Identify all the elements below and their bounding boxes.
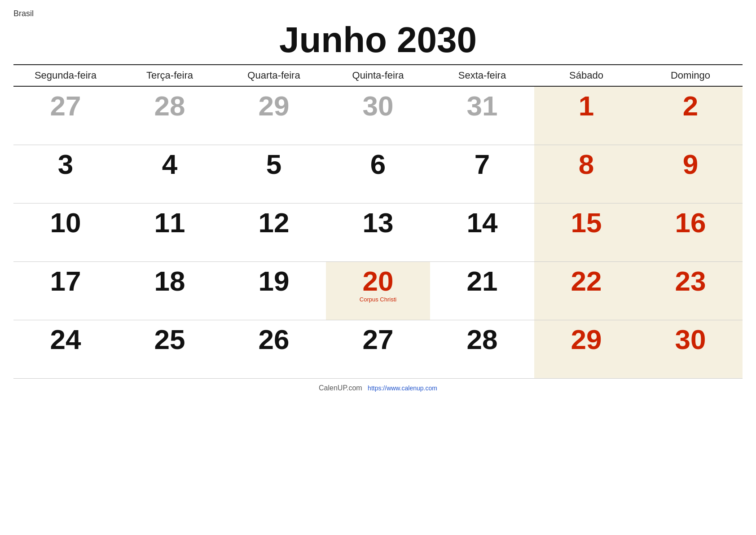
calendar-cell: 18: [118, 261, 222, 320]
column-header-domingo: Domingo: [638, 65, 743, 86]
day-number: 6: [370, 150, 386, 178]
day-number: 22: [571, 267, 602, 295]
calendar-cell: 12: [222, 203, 326, 261]
calendar-cell: 6: [326, 145, 430, 203]
calendar-cell: 29: [222, 86, 326, 145]
day-number: 24: [50, 326, 81, 354]
calendar-cell: 30: [326, 86, 430, 145]
day-number: 3: [58, 150, 73, 178]
day-number: 9: [683, 150, 698, 178]
calendar-cell: 13: [326, 203, 430, 261]
day-number: 23: [675, 267, 706, 295]
day-number: 27: [50, 92, 81, 120]
calendar-cell: 20Corpus Christi: [326, 261, 430, 320]
event-label: Corpus Christi: [360, 296, 396, 303]
calendar-table: Segunda-feiraTerça-feiraQuarta-feiraQuin…: [13, 64, 743, 379]
calendar-cell: 29: [534, 320, 638, 378]
calendar-cell: 28: [430, 320, 534, 378]
calendar-title: Junho 2030: [13, 20, 743, 60]
calendar-cell: 15: [534, 203, 638, 261]
day-number: 30: [675, 326, 706, 354]
calendar-cell: 24: [13, 320, 118, 378]
day-number: 7: [475, 150, 490, 178]
column-header-sextafeira: Sexta-feira: [430, 65, 534, 86]
day-number: 12: [259, 209, 290, 237]
calendar-cell: 19: [222, 261, 326, 320]
column-header-quartafeira: Quarta-feira: [222, 65, 326, 86]
day-number: 29: [259, 92, 290, 120]
day-number: 1: [579, 92, 594, 120]
day-number: 2: [683, 92, 698, 120]
column-header-terafeira: Terça-feira: [118, 65, 222, 86]
footer: CalenUP.com https://www.calenup.com: [13, 384, 743, 392]
calendar-cell: 31: [430, 86, 534, 145]
calendar-cell: 25: [118, 320, 222, 378]
calendar-cell: 9: [638, 145, 743, 203]
column-header-sbado: Sábado: [534, 65, 638, 86]
day-number: 8: [579, 150, 594, 178]
day-number: 10: [50, 209, 81, 237]
calendar-cell: 1: [534, 86, 638, 145]
day-number: 14: [467, 209, 498, 237]
calendar-cell: 11: [118, 203, 222, 261]
calendar-cell: 14: [430, 203, 534, 261]
calendar-cell: 27: [13, 86, 118, 145]
day-number: 5: [266, 150, 281, 178]
column-header-segundafeira: Segunda-feira: [13, 65, 118, 86]
column-header-quintafeira: Quinta-feira: [326, 65, 430, 86]
calendar-cell: 17: [13, 261, 118, 320]
day-number: 20: [363, 267, 394, 295]
day-number: 31: [467, 92, 498, 120]
calendar-cell: 30: [638, 320, 743, 378]
calendar-cell: 22: [534, 261, 638, 320]
calendar-cell: 7: [430, 145, 534, 203]
calendar-cell: 10: [13, 203, 118, 261]
calendar-cell: 28: [118, 86, 222, 145]
day-number: 19: [259, 267, 290, 295]
day-number: 18: [154, 267, 185, 295]
day-number: 26: [259, 326, 290, 354]
day-number: 25: [154, 326, 185, 354]
day-number: 28: [467, 326, 498, 354]
day-number: 4: [162, 150, 177, 178]
calendar-cell: 26: [222, 320, 326, 378]
calendar-cell: 23: [638, 261, 743, 320]
day-number: 16: [675, 209, 706, 237]
day-number: 30: [363, 92, 394, 120]
calendar-cell: 5: [222, 145, 326, 203]
day-number: 15: [571, 209, 602, 237]
day-number: 17: [50, 267, 81, 295]
day-number: 28: [154, 92, 185, 120]
calendar-cell: 16: [638, 203, 743, 261]
footer-url: https://www.calenup.com: [368, 385, 437, 392]
country-label: Brasil: [13, 9, 743, 18]
calendar-cell: 21: [430, 261, 534, 320]
calendar-cell: 4: [118, 145, 222, 203]
day-number: 29: [571, 326, 602, 354]
day-number: 27: [363, 326, 394, 354]
calendar-cell: 3: [13, 145, 118, 203]
calendar-cell: 2: [638, 86, 743, 145]
day-number: 11: [154, 209, 185, 237]
day-number: 21: [467, 267, 498, 295]
day-number: 13: [363, 209, 394, 237]
footer-site-name: CalenUP.com: [319, 384, 362, 392]
calendar-cell: 27: [326, 320, 430, 378]
calendar-cell: 8: [534, 145, 638, 203]
